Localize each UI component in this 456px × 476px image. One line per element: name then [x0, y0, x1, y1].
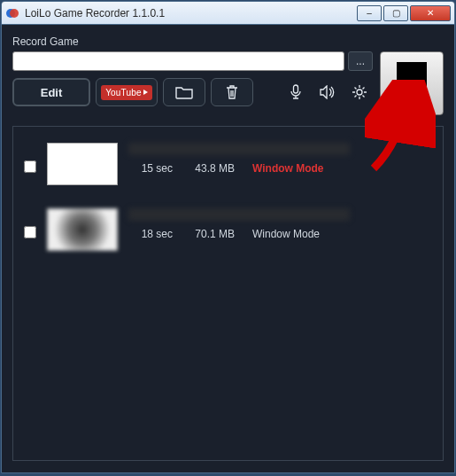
gear-icon: [352, 84, 367, 100]
browse-button[interactable]: ...: [348, 51, 373, 71]
svg-point-3: [357, 90, 362, 95]
recording-mode: Window Mode: [252, 162, 332, 175]
recording-duration: 15 sec: [128, 162, 173, 175]
speaker-icon: [320, 85, 336, 99]
speaker-button[interactable]: [314, 81, 341, 104]
item-checkbox[interactable]: [24, 226, 36, 238]
svg-rect-2: [294, 85, 298, 93]
window-minimize-button[interactable]: –: [357, 5, 382, 21]
youtube-button[interactable]: YouTube: [96, 78, 158, 106]
recording-thumbnail: [47, 143, 118, 185]
record-button[interactable]: F6: [380, 51, 444, 115]
window-maximize-button[interactable]: ▢: [383, 5, 408, 21]
microphone-button[interactable]: [282, 81, 309, 104]
trash-icon: [225, 84, 239, 100]
recording-duration: 18 sec: [128, 228, 173, 240]
toolbar: Edit YouTube: [12, 78, 373, 106]
recording-mode: Window Mode: [252, 228, 332, 240]
recording-thumbnail: [47, 208, 118, 251]
record-hotkey-label: F6: [406, 96, 417, 105]
recording-size: 43.8 MB: [190, 162, 235, 175]
recordings-list: 15 sec 43.8 MB Window Mode 18 sec 70.1 M…: [12, 126, 444, 461]
delete-button[interactable]: [211, 78, 253, 106]
recording-title: [128, 143, 350, 155]
game-path-input[interactable]: [12, 51, 344, 71]
item-checkbox[interactable]: [24, 160, 36, 173]
settings-button[interactable]: [346, 81, 373, 104]
folder-icon: [175, 85, 193, 99]
record-game-label: Record Game: [12, 35, 444, 48]
titlebar: LoiLo Game Recorder 1.1.0.1 – ▢ ✕: [2, 2, 454, 25]
recording-title: [128, 208, 350, 221]
microphone-icon: [290, 84, 302, 100]
youtube-icon: YouTube: [101, 85, 152, 100]
list-item[interactable]: 15 sec 43.8 MB Window Mode: [19, 136, 437, 201]
stop-icon: [397, 62, 427, 92]
window-close-button[interactable]: ✕: [410, 5, 451, 21]
svg-point-1: [10, 9, 19, 18]
window-title: LoiLo Game Recorder 1.1.0.1: [25, 7, 355, 20]
app-icon: [5, 6, 19, 20]
list-item[interactable]: 18 sec 70.1 MB Window Mode: [19, 201, 437, 267]
recording-size: 70.1 MB: [190, 228, 235, 240]
open-folder-button[interactable]: [163, 78, 205, 106]
edit-button[interactable]: Edit: [12, 78, 90, 106]
